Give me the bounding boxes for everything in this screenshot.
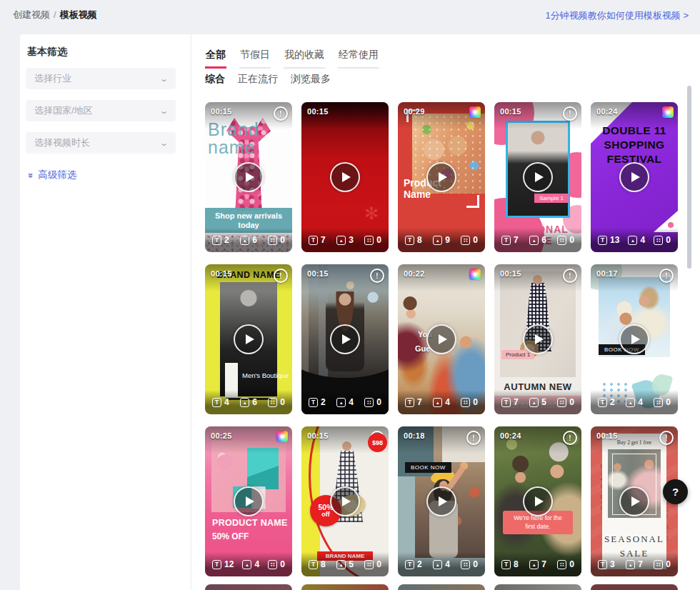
template-card[interactable]: BIG SALE BIG SALE Buy 2 get 1 free SEASO… <box>591 426 678 576</box>
info-icon[interactable] <box>274 106 288 121</box>
template-card[interactable]: 00:15240 <box>301 264 389 414</box>
stat-text: 4 <box>212 397 229 407</box>
sort-trending[interactable]: 正在流行 <box>238 73 278 86</box>
stat-video: 0 <box>364 397 381 407</box>
template-card[interactable]: BOOK NOW 00:18240 <box>398 426 485 576</box>
stat-value: 4 <box>445 559 450 569</box>
stat-image: 4 <box>242 559 259 569</box>
info-icon[interactable] <box>563 269 577 283</box>
stat-text: 13 <box>598 235 619 245</box>
template-card[interactable]: Product 1 AUTUMN NEW Brand name 00:15750 <box>494 264 581 414</box>
info-icon[interactable] <box>563 431 577 445</box>
play-button[interactable] <box>523 486 553 516</box>
partial-card[interactable] <box>301 584 389 590</box>
info-icon[interactable] <box>370 269 384 283</box>
card-stats: 1240 <box>205 552 292 576</box>
play-triangle-icon <box>631 172 640 182</box>
tab-frequently-used[interactable]: 经常使用 <box>338 49 379 69</box>
play-button[interactable] <box>619 324 649 354</box>
play-button[interactable] <box>330 324 360 354</box>
info-icon[interactable] <box>659 431 674 445</box>
template-card[interactable]: BOOK NOW 00:17240 <box>591 264 678 414</box>
sort-comprehensive[interactable]: 综合 <box>205 73 225 86</box>
sort-most-viewed[interactable]: 浏览最多 <box>291 73 331 86</box>
stat-value: 4 <box>224 397 229 407</box>
partial-card[interactable] <box>494 584 581 590</box>
duration-badge: 00:22 <box>404 269 425 278</box>
play-button[interactable] <box>426 486 456 516</box>
play-triangle-icon <box>342 172 351 182</box>
template-card[interactable]: Sample 1 SEASONAL SALE 00:15760 <box>494 102 581 252</box>
text-count-icon <box>405 560 414 569</box>
image-count-icon <box>433 560 442 569</box>
play-button[interactable] <box>330 162 360 192</box>
text-count-icon <box>501 398 511 407</box>
template-card[interactable]: Brand name Shop new arrivals today 00:15… <box>205 102 292 252</box>
help-button[interactable]: ? <box>663 479 688 504</box>
color-palette-icon[interactable] <box>469 269 481 280</box>
text-count-icon <box>501 560 511 569</box>
play-button[interactable] <box>619 162 649 192</box>
image-count-icon <box>529 236 539 245</box>
stat-image: 4 <box>626 397 643 407</box>
duration-badge: 00:15 <box>500 269 521 278</box>
advanced-filter-label: 高级筛选 <box>38 169 76 181</box>
tab-favorites[interactable]: 我的收藏 <box>284 49 325 69</box>
color-palette-icon[interactable] <box>276 431 288 442</box>
country-select[interactable]: 选择国家/地区 ⌄ <box>26 100 176 121</box>
image-count-icon <box>626 560 635 569</box>
template-card[interactable]: 50% off BRAND NAME $98 00:15850 <box>301 426 389 576</box>
stat-image: 6 <box>240 235 257 245</box>
info-icon[interactable] <box>466 431 481 445</box>
stat-video: 0 <box>461 559 478 569</box>
play-button[interactable] <box>523 162 553 192</box>
breadcrumb-parent[interactable]: 创建视频 <box>13 9 50 20</box>
play-triangle-icon <box>631 334 640 344</box>
card-stats: 1340 <box>591 228 678 252</box>
tutorial-link[interactable]: 1分钟视频教你如何使用模板视频 > <box>546 9 689 22</box>
stat-value: 3 <box>610 559 615 569</box>
video-count-icon <box>557 398 566 407</box>
duration-badge: 00:17 <box>596 269 618 278</box>
play-button[interactable] <box>234 324 264 354</box>
play-button[interactable] <box>523 324 553 354</box>
duration-badge: 00:18 <box>404 431 425 440</box>
image-count-icon <box>529 398 539 407</box>
tab-holidays[interactable]: 节假日 <box>239 49 271 69</box>
template-card[interactable]: DOUBLE 11 SHOPPING FESTIVAL 00:241340 <box>591 102 678 252</box>
info-icon[interactable] <box>563 106 577 121</box>
frame-corner-decoration <box>466 195 479 208</box>
play-button[interactable] <box>619 486 649 516</box>
info-icon[interactable] <box>274 269 288 283</box>
color-palette-icon[interactable] <box>662 106 674 118</box>
advanced-filter-link[interactable]: » 高级筛选 <box>29 169 76 181</box>
play-button[interactable] <box>426 324 456 354</box>
template-card[interactable]: Product Name 00:29890 <box>398 102 485 252</box>
scrollbar-thumb[interactable] <box>687 86 691 269</box>
stat-value: 2 <box>610 397 615 407</box>
template-card[interactable]: PRODUCT NAME 50% OFF 00:251240 <box>205 426 292 576</box>
play-triangle-icon <box>535 172 544 182</box>
template-card[interactable]: BRAND NAME Men's Boutique 00:15460 <box>205 264 292 414</box>
stat-value: 9 <box>445 235 450 245</box>
color-palette-icon[interactable] <box>469 106 481 118</box>
partial-card[interactable] <box>205 584 292 590</box>
template-card[interactable]: You Gue 00:22740 <box>398 264 485 414</box>
card-title-overlay: DOUBLE 11 SHOPPING FESTIVAL <box>596 124 673 166</box>
industry-select[interactable]: 选择行业 ⌄ <box>26 68 176 89</box>
info-icon[interactable] <box>659 269 674 283</box>
partial-card[interactable] <box>591 584 678 590</box>
stat-video: 0 <box>268 559 285 569</box>
play-button[interactable] <box>330 486 360 516</box>
template-card[interactable]: 00:15730 <box>301 102 389 252</box>
play-button[interactable] <box>234 486 264 516</box>
stat-image: 4 <box>336 397 354 407</box>
duration-select[interactable]: 选择视频时长 ⌄ <box>26 132 176 154</box>
stat-value: 5 <box>349 559 354 569</box>
tab-all[interactable]: 全部 <box>205 49 226 69</box>
partial-card[interactable] <box>398 584 485 590</box>
play-button[interactable] <box>234 162 264 192</box>
template-card[interactable]: We're here for the first date. 00:24870 <box>494 426 581 576</box>
stat-value: 7 <box>638 559 643 569</box>
play-button[interactable] <box>426 162 456 192</box>
